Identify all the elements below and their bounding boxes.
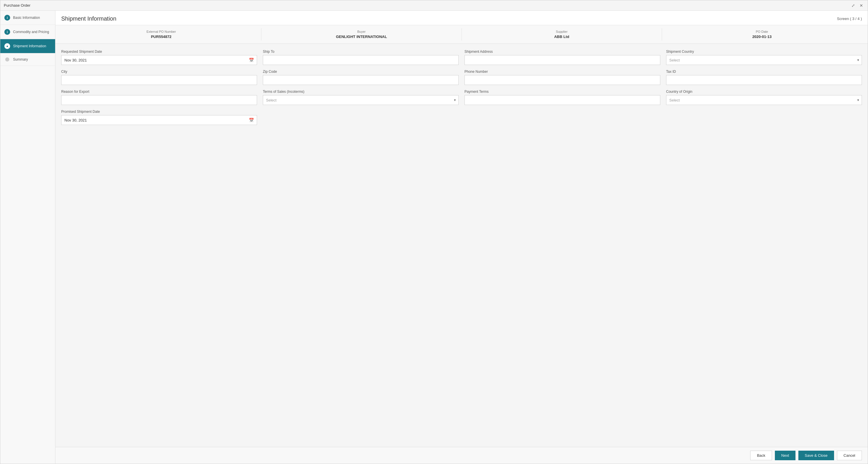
po-date-label: PO Date bbox=[665, 30, 859, 33]
country-of-origin-label: Country of Origin bbox=[666, 90, 862, 94]
buyer-label: Buyer bbox=[264, 30, 458, 33]
phone-number-label: Phone Number bbox=[464, 70, 660, 74]
supplier-value: ABB Ltd bbox=[465, 34, 659, 39]
external-po-label: External PO Number bbox=[64, 30, 258, 33]
form-group-zip-code: Zip Code bbox=[263, 70, 459, 85]
shipment-country-label: Shipment Country bbox=[666, 49, 862, 54]
info-po-date: PO Date 2020-01-13 bbox=[662, 28, 862, 41]
zip-code-input[interactable] bbox=[263, 75, 459, 85]
terms-of-sales-label: Terms of Sales (Incoterms) bbox=[263, 90, 459, 94]
cancel-button[interactable]: Cancel bbox=[837, 451, 862, 460]
shipment-address-input[interactable] bbox=[464, 55, 660, 65]
tax-id-input[interactable] bbox=[666, 75, 862, 85]
main-window: Purchase Order ⤢ ✕ i Basic Information i… bbox=[0, 0, 868, 464]
form-grid: Requested Shipment Date Nov 30, 2021 📅 S… bbox=[61, 49, 862, 125]
sidebar-item-label-basic: Basic Information bbox=[13, 16, 40, 20]
form-group-promised-shipment-date: Promised Shipment Date Nov 30, 2021 📅 bbox=[61, 110, 257, 125]
form-group-shipment-address: Shipment Address bbox=[464, 49, 660, 65]
sidebar-item-commodity-and-pricing[interactable]: i Commodity and Pricing bbox=[0, 25, 55, 39]
form-group-terms-of-sales: Terms of Sales (Incoterms) Select bbox=[263, 90, 459, 105]
ship-to-label: Ship To bbox=[263, 49, 459, 54]
zip-code-label: Zip Code bbox=[263, 70, 459, 74]
save-close-button[interactable]: Save & Close bbox=[798, 451, 834, 460]
terms-of-sales-wrapper: Select bbox=[263, 95, 459, 105]
sidebar-item-label-summary: Summary bbox=[13, 58, 28, 62]
form-group-tax-id: Tax ID bbox=[666, 70, 862, 85]
sidebar-item-shipment-information[interactable]: ● Shipment Information bbox=[0, 39, 55, 53]
form-group-country-of-origin: Country of Origin Select bbox=[666, 90, 862, 105]
sidebar-item-label-shipment: Shipment Information bbox=[13, 44, 46, 48]
next-button[interactable]: Next bbox=[775, 451, 796, 460]
window-title: Purchase Order bbox=[4, 3, 30, 7]
promised-shipment-date-value: Nov 30, 2021 bbox=[64, 118, 87, 122]
tax-id-label: Tax ID bbox=[666, 70, 862, 74]
page-title: Shipment Information bbox=[61, 15, 116, 22]
step-icon-shipment: ● bbox=[4, 43, 10, 49]
reason-for-export-input[interactable] bbox=[61, 95, 257, 105]
form-group-shipment-country: Shipment Country Select bbox=[666, 49, 862, 65]
info-external-po: External PO Number PUR554872 bbox=[61, 28, 261, 41]
info-buyer: Buyer GENLIGHT INTERNATIONAL bbox=[261, 28, 462, 41]
info-bar: External PO Number PUR554872 Buyer GENLI… bbox=[55, 25, 868, 44]
sidebar: i Basic Information i Commodity and Pric… bbox=[0, 11, 55, 464]
step-icon-commodity: i bbox=[4, 29, 10, 35]
ship-to-input[interactable] bbox=[263, 55, 459, 65]
form-group-requested-shipment-date: Requested Shipment Date Nov 30, 2021 📅 bbox=[61, 49, 257, 65]
calendar-icon-promised: 📅 bbox=[249, 118, 254, 122]
form-group-reason-for-export: Reason for Export bbox=[61, 90, 257, 105]
sidebar-item-label-commodity: Commodity and Pricing bbox=[13, 30, 49, 34]
close-button[interactable]: ✕ bbox=[859, 3, 864, 8]
content-area: i Basic Information i Commodity and Pric… bbox=[0, 11, 868, 464]
city-label: City bbox=[61, 70, 257, 74]
reason-for-export-label: Reason for Export bbox=[61, 90, 257, 94]
city-input[interactable] bbox=[61, 75, 257, 85]
requested-shipment-date-input[interactable]: Nov 30, 2021 📅 bbox=[61, 55, 257, 65]
buyer-value: GENLIGHT INTERNATIONAL bbox=[264, 34, 458, 39]
po-date-value: 2020-01-13 bbox=[665, 34, 859, 39]
back-button[interactable]: Back bbox=[750, 451, 772, 460]
calendar-icon-requested: 📅 bbox=[249, 58, 254, 62]
payment-terms-label: Payment Terms bbox=[464, 90, 660, 94]
title-bar: Purchase Order ⤢ ✕ bbox=[0, 0, 868, 11]
payment-terms-input[interactable] bbox=[464, 95, 660, 105]
requested-shipment-date-value: Nov 30, 2021 bbox=[64, 58, 87, 62]
sidebar-item-summary[interactable]: Summary bbox=[0, 53, 55, 66]
sidebar-item-basic-information[interactable]: i Basic Information bbox=[0, 11, 55, 25]
shipment-country-select[interactable]: Select bbox=[666, 55, 862, 65]
maximize-button[interactable]: ⤢ bbox=[850, 3, 856, 8]
form-group-city: City bbox=[61, 70, 257, 85]
phone-number-input[interactable] bbox=[464, 75, 660, 85]
form-group-ship-to: Ship To bbox=[263, 49, 459, 65]
country-of-origin-select[interactable]: Select bbox=[666, 95, 862, 105]
form-group-payment-terms: Payment Terms bbox=[464, 90, 660, 105]
screen-indicator: Screen ( 3 / 4 ) bbox=[837, 16, 862, 21]
requested-shipment-date-label: Requested Shipment Date bbox=[61, 49, 257, 54]
shipment-address-label: Shipment Address bbox=[464, 49, 660, 54]
form-group-phone-number: Phone Number bbox=[464, 70, 660, 85]
step-icon-basic: i bbox=[4, 15, 10, 21]
window-controls: ⤢ ✕ bbox=[850, 3, 864, 8]
country-of-origin-wrapper: Select bbox=[666, 95, 862, 105]
shipment-country-wrapper: Select bbox=[666, 55, 862, 65]
promised-shipment-date-input[interactable]: Nov 30, 2021 📅 bbox=[61, 115, 257, 125]
external-po-value: PUR554872 bbox=[64, 34, 258, 39]
supplier-label: Supplier bbox=[465, 30, 659, 33]
step-icon-summary bbox=[5, 58, 9, 62]
info-supplier: Supplier ABB Ltd bbox=[462, 28, 662, 41]
footer: Back Next Save & Close Cancel bbox=[55, 447, 868, 464]
promised-shipment-date-label: Promised Shipment Date bbox=[61, 110, 257, 114]
terms-of-sales-select[interactable]: Select bbox=[263, 95, 459, 105]
page-header: Shipment Information Screen ( 3 / 4 ) bbox=[55, 11, 868, 25]
main-content: Shipment Information Screen ( 3 / 4 ) Ex… bbox=[55, 11, 868, 464]
form-area: Requested Shipment Date Nov 30, 2021 📅 S… bbox=[55, 44, 868, 447]
